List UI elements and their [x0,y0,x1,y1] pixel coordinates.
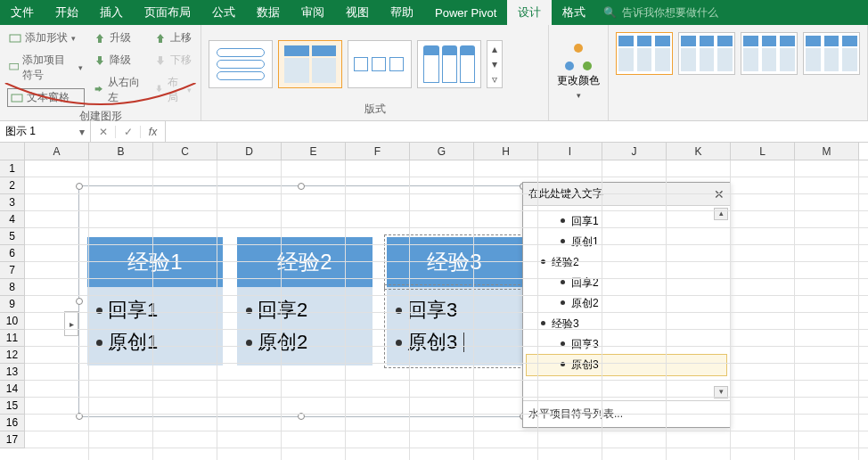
layout-gallery-more[interactable]: ▴▾▿ [487,40,503,88]
row-header-5[interactable]: 5 [0,228,25,245]
smartart-bullet[interactable]: 原创2 [246,326,364,358]
ribbon-btn-添加形状[interactable]: 添加形状▾ [7,29,85,47]
text-pane-body[interactable]: ▴ ▾ 回享1原创1经验2回享2原创2经验3回享3原创3 [523,206,730,400]
menu-视图[interactable]: 视图 [335,0,380,25]
menu-帮助[interactable]: 帮助 [380,0,424,25]
search-icon: 🔍 [603,6,617,19]
row-header-9[interactable]: 9 [0,296,25,313]
icon [94,54,106,67]
row-header-17[interactable]: 17 [0,431,25,448]
row-header-8[interactable]: 8 [0,279,25,296]
ribbon-btn-上移[interactable]: 上移 [152,29,194,47]
ribbon-btn-文本窗格[interactable]: 文本窗格 [7,88,85,107]
layout-option-1[interactable] [209,40,273,88]
col-header-K[interactable]: K [667,143,731,160]
bullet-icon [96,340,102,346]
accept-formula-button[interactable]: ✓ [116,126,141,138]
smartart-bullet[interactable]: 回享1 [96,294,214,326]
style-option-1[interactable] [616,32,673,75]
menu-页面布局[interactable]: 页面布局 [134,0,201,25]
col-header-H[interactable]: H [474,143,538,160]
col-header-J[interactable]: J [602,143,667,160]
ribbon-group-colors: 更改颜色 ▾ [549,25,609,120]
col-header-E[interactable]: E [282,143,346,160]
layout-option-4[interactable] [417,40,481,88]
text-pane-item[interactable]: 回享1 [527,211,726,232]
text-pane-item[interactable]: 回享3 [527,334,726,355]
row-header-4[interactable]: 4 [0,211,25,228]
smartart-body[interactable]: 回享1原创1 [87,287,223,366]
col-header-L[interactable]: L [731,143,795,160]
ribbon-btn-降级[interactable]: 降级 [92,51,144,70]
col-header-M[interactable]: M [795,143,859,160]
text-pane-item[interactable]: 回享2 [527,273,726,293]
row-header-2[interactable]: 2 [0,177,25,194]
color-swatch-icon [565,44,592,70]
row-header-13[interactable]: 13 [0,364,25,381]
text-pane-item[interactable]: 原创2 [527,293,726,314]
menu-插入[interactable]: 插入 [89,0,134,25]
column-headers: ABCDEFGHIJKLM [0,143,868,160]
spreadsheet-grid: ABCDEFGHIJKLM 1234567891011121314151617 … [0,143,868,460]
smartart-bullet[interactable]: 原创1 [96,326,214,358]
text-pane-item[interactable]: 原创3 [527,355,726,375]
menu-Power Pivot[interactable]: Power Pivot [424,0,507,25]
col-header-A[interactable]: A [25,143,89,160]
text-caret [463,333,464,352]
layout-option-3[interactable] [348,40,412,88]
menu-公式[interactable]: 公式 [201,0,246,25]
row-header-7[interactable]: 7 [0,262,25,279]
tell-me-search[interactable]: 🔍 告诉我你想要做什么 [596,0,868,25]
smartart-body[interactable]: 回享3原创3 [387,287,522,366]
menu-数据[interactable]: 数据 [246,0,291,25]
style-option-4[interactable] [803,32,860,75]
col-header-I[interactable]: I [538,143,602,160]
row-header-10[interactable]: 10 [0,313,25,330]
menu-开始[interactable]: 开始 [45,0,89,25]
menu-格式[interactable]: 格式 [552,0,596,25]
cells-area[interactable]: ▸ 经验1回享1原创1经验2回享2原创2经验3回享3原创3 在此处键入文字 ✕ … [25,160,868,460]
row-header-3[interactable]: 3 [0,194,25,211]
ribbon: 添加形状▾添加项目符号▾文本窗格 升级降级从右向左 上移下移布局▾ 创建图形 ▴… [0,25,868,121]
ribbon-btn-添加项目符号[interactable]: 添加项目符号▾ [7,51,85,85]
change-colors-button[interactable]: 更改颜色 ▾ [556,29,601,115]
menu-审阅[interactable]: 审阅 [291,0,335,25]
select-all-corner[interactable] [0,143,25,160]
smartart-bullet[interactable]: 回享3 [396,294,513,326]
text-pane-header[interactable]: 在此处键入文字 ✕ [523,183,730,206]
row-header-15[interactable]: 15 [0,398,25,415]
menu-设计[interactable]: 设计 [507,0,552,25]
row-header-6[interactable]: 6 [0,245,25,262]
ribbon-btn-布局: 布局▾ [152,73,194,107]
style-option-2[interactable] [678,32,735,75]
row-header-1[interactable]: 1 [0,160,25,177]
text-pane[interactable]: 在此处键入文字 ✕ ▴ ▾ 回享1原创1经验2回享2原创2经验3回享3原创3 水… [522,182,731,428]
name-box[interactable]: 图示 1 ▾ [0,121,91,142]
ribbon-btn-升级[interactable]: 升级 [92,29,144,47]
ribbon-btn-从右向左[interactable]: 从右向左 [92,73,144,107]
text-pane-item[interactable]: 经验3 [527,314,726,334]
row-header-11[interactable]: 11 [0,330,25,347]
text-pane-toggle[interactable]: ▸ [64,311,78,336]
fx-icon[interactable]: fx [141,121,166,142]
svg-rect-1 [10,63,19,70]
smartart-bullet[interactable]: 原创3 [396,326,513,358]
style-option-3[interactable] [741,32,798,75]
text-pane-item[interactable]: 原创1 [527,232,726,252]
smartart-bullet[interactable]: 回享2 [246,294,364,326]
cancel-formula-button[interactable]: ✕ [91,126,116,138]
row-header-14[interactable]: 14 [0,381,25,398]
menu-文件[interactable]: 文件 [0,0,45,25]
col-header-B[interactable]: B [89,143,153,160]
row-header-12[interactable]: 12 [0,347,25,364]
col-header-G[interactable]: G [410,143,474,160]
row-header-16[interactable]: 16 [0,415,25,431]
smartart-body[interactable]: 回享2原创2 [237,287,373,366]
col-header-C[interactable]: C [153,143,217,160]
col-header-D[interactable]: D [217,143,282,160]
layout-option-2[interactable] [278,40,342,88]
col-header-F[interactable]: F [346,143,410,160]
text-pane-item[interactable]: 经验2 [527,252,726,273]
name-box-value: 图示 1 [5,124,36,139]
formula-input[interactable] [166,121,868,142]
